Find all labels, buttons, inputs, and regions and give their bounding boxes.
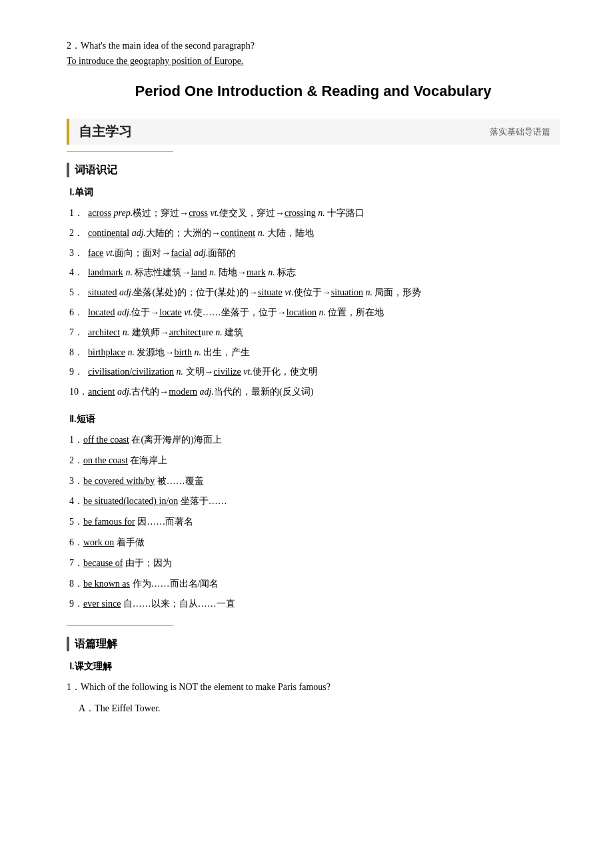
banner: 自主学习 落实基础导语篇 — [67, 119, 560, 145]
phrase-item: 7．because of 由于；因为 — [67, 555, 560, 571]
phrase-text: be covered with/by — [83, 476, 155, 486]
word-item: 9．civilisation/civilization n. 文明→civili… — [67, 364, 560, 380]
question2-answer: To introduce the geography position of E… — [67, 56, 560, 67]
phrase-item: 6．work on 着手做 — [67, 535, 560, 551]
word-num: 4． — [69, 265, 88, 281]
word-num: 2． — [69, 225, 88, 241]
banner-title: 自主学习 — [79, 123, 132, 141]
phrase-meaning: 自……以来；自从……一直 — [121, 599, 235, 609]
word-item: 4．landmark n. 标志性建筑→land n. 陆地→mark n. 标… — [67, 265, 560, 281]
phrase-meaning: 由于；因为 — [123, 558, 172, 568]
phrase-num: 5． — [69, 517, 83, 527]
divider1 — [67, 151, 173, 152]
phrase-num: 7． — [69, 558, 83, 568]
phrase-item: 2．on the coast 在海岸上 — [67, 453, 560, 469]
phrase-meaning: 因……而著名 — [135, 517, 194, 527]
word-num: 10． — [69, 384, 88, 400]
phrase-num: 6． — [69, 537, 83, 547]
phrase-num: 4． — [69, 496, 83, 506]
phrase-item: 8．be known as 作为……而出名/闻名 — [67, 576, 560, 592]
word-num: 5． — [69, 285, 88, 301]
word-num: 7． — [69, 325, 88, 341]
divider2 — [67, 625, 173, 626]
word-item: 5．situated adj.坐落(某处)的；位于(某处)的→situate v… — [67, 285, 560, 301]
section-reading: 语篇理解 Ⅰ.课文理解 1．Which of the following is … — [67, 637, 560, 717]
subsection-words: Ⅰ.单词 1．across prep.横过；穿过→cross vt.使交叉，穿过… — [67, 187, 560, 400]
reading-q1-optionA: A．The Eiffel Tower. — [67, 701, 560, 717]
word-num: 3． — [69, 245, 88, 261]
phrase-num: 9． — [69, 599, 83, 609]
phrase-meaning: 在(离开海岸的)海面上 — [129, 435, 222, 445]
phrase-text: on the coast — [83, 455, 128, 465]
phrase-text: be situated(located) in/on — [83, 496, 178, 506]
phrase-num: 8． — [69, 579, 83, 589]
phrase-item: 3．be covered with/by 被……覆盖 — [67, 473, 560, 489]
word-item: 6．located adj.位于→locate vt.使……坐落于，位于→loc… — [67, 305, 560, 321]
phrase-meaning: 作为……而出名/闻名 — [130, 579, 219, 589]
section-reading-header: 语篇理解 — [67, 637, 560, 651]
reading-subsection: Ⅰ.课文理解 1．Which of the following is NOT t… — [67, 661, 560, 717]
section-vocab-header: 词语识记 — [67, 163, 560, 177]
phrase-text: be famous for — [83, 517, 135, 527]
section-bar2-icon — [67, 637, 69, 651]
reading-q1: 1．Which of the following is NOT the elem… — [67, 679, 560, 695]
word-item: 2．continental adj.大陆的；大洲的→continent n. 大… — [67, 225, 560, 241]
section-vocab-title: 词语识记 — [75, 163, 117, 177]
phrase-text: be known as — [83, 579, 130, 589]
word-item: 10．ancient adj.古代的→modern adj.当代的，最新的(反义… — [67, 384, 560, 400]
section-reading-title: 语篇理解 — [75, 637, 117, 651]
phrase-num: 1． — [69, 435, 83, 445]
phrase-items-list: 1．off the coast 在(离开海岸的)海面上2．on the coas… — [67, 432, 560, 612]
phrase-text: work on — [83, 537, 114, 547]
phrase-num: 3． — [69, 476, 83, 486]
phrase-num: 2． — [69, 455, 83, 465]
subsection-words-title: Ⅰ.单词 — [69, 187, 560, 199]
question2-text: 2．What's the main idea of the second par… — [67, 40, 560, 52]
phrase-item: 5．be famous for 因……而著名 — [67, 514, 560, 530]
section-vocab: 词语识记 Ⅰ.单词 1．across prep.横过；穿过→cross vt.使… — [67, 163, 560, 612]
word-item: 1．across prep.横过；穿过→cross vt.使交叉，穿过→cros… — [67, 205, 560, 221]
phrase-meaning: 在海岸上 — [128, 455, 168, 465]
phrase-meaning: 着手做 — [114, 537, 145, 547]
word-num: 6． — [69, 305, 88, 321]
phrase-text: because of — [83, 558, 123, 568]
word-num: 8． — [69, 345, 88, 361]
phrase-item: 1．off the coast 在(离开海岸的)海面上 — [67, 432, 560, 448]
subsection-phrases-title: Ⅱ.短语 — [69, 413, 560, 425]
section-bar-icon — [67, 163, 69, 177]
banner-subtitle: 落实基础导语篇 — [490, 126, 550, 138]
word-items-list: 1．across prep.横过；穿过→cross vt.使交叉，穿过→cros… — [67, 205, 560, 400]
main-title: Period One Introduction & Reading and Vo… — [67, 83, 560, 100]
word-item: 3．face vt.面向；面对→facial adj.面部的 — [67, 245, 560, 261]
phrase-meaning: 被……覆盖 — [155, 476, 204, 486]
phrase-text: off the coast — [83, 435, 129, 445]
reading-subsection-title: Ⅰ.课文理解 — [69, 661, 560, 673]
word-item: 8．birthplace n. 发源地→birth n. 出生，产生 — [67, 345, 560, 361]
phrase-meaning: 坐落于…… — [178, 496, 227, 506]
word-num: 9． — [69, 364, 88, 380]
phrase-text: ever since — [83, 599, 121, 609]
phrase-item: 9．ever since 自……以来；自从……一直 — [67, 596, 560, 612]
phrase-item: 4．be situated(located) in/on 坐落于…… — [67, 493, 560, 509]
word-num: 1． — [69, 205, 88, 221]
subsection-phrases: Ⅱ.短语 1．off the coast 在(离开海岸的)海面上2．on the… — [67, 413, 560, 612]
word-item: 7．architect n. 建筑师→architecture n. 建筑 — [67, 325, 560, 341]
